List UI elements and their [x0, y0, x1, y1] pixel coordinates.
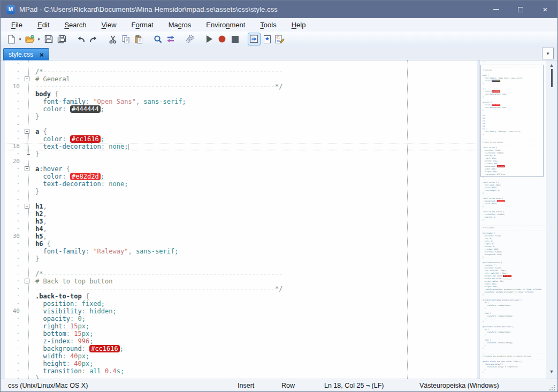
fold-margin[interactable] [20, 173, 35, 180]
redo-button[interactable] [87, 33, 100, 45]
save-button[interactable] [42, 33, 55, 45]
fold-margin[interactable] [20, 345, 35, 352]
fold-margin[interactable] [20, 308, 35, 315]
line-numbers-edit-button[interactable]: 0110 [273, 33, 286, 45]
code-line[interactable]: · [5, 263, 477, 270]
menu-environment[interactable]: Environment [198, 19, 253, 31]
code-line[interactable]: 40 visibility: hidden; [5, 308, 477, 315]
fold-margin[interactable] [20, 75, 35, 83]
code-line[interactable]: 18 text-decoration: none; [5, 143, 477, 150]
menu-file[interactable]: File [4, 19, 30, 31]
fold-margin[interactable] [20, 120, 35, 128]
open-file-dropdown-icon[interactable]: ▾ [36, 37, 41, 42]
fold-margin[interactable] [20, 98, 35, 105]
new-file-button[interactable] [5, 33, 18, 45]
fold-margin[interactable] [20, 263, 35, 270]
fold-margin[interactable] [20, 285, 35, 293]
fold-margin[interactable] [20, 188, 35, 195]
code-line[interactable]: · font-family: "Raleway", sans-serif; [5, 248, 477, 255]
code-line[interactable]: 30h5, [5, 233, 477, 240]
menu-view[interactable]: View [94, 19, 124, 31]
fold-margin[interactable] [20, 360, 35, 367]
fold-margin[interactable] [20, 83, 35, 90]
vertical-scrollbar[interactable]: ▲ ▼ [546, 60, 557, 379]
code-line[interactable]: ·} [5, 188, 477, 195]
bookmark-template-button[interactable] [261, 33, 273, 45]
wrap-toggle-button[interactable] [248, 33, 261, 45]
fold-margin[interactable] [20, 352, 35, 360]
code-line[interactable]: ·h2, [5, 210, 477, 218]
code-line[interactable]: ·# Back to top button [5, 278, 477, 285]
tab-list-dropdown-button[interactable]: ▾ [542, 48, 554, 59]
code-editor[interactable]: ··/*------------------------------------… [5, 60, 477, 379]
fold-margin[interactable] [20, 330, 35, 337]
fold-margin[interactable] [20, 165, 35, 173]
search-icon[interactable] [151, 33, 164, 45]
code-line[interactable]: ·} [5, 255, 477, 263]
code-line[interactable]: · color: #e82d2d; [5, 173, 477, 180]
code-line[interactable]: 20 [5, 158, 477, 165]
fold-margin[interactable] [20, 143, 35, 150]
code-line[interactable]: · position: fixed; [5, 300, 477, 308]
maximize-button[interactable] [508, 1, 533, 18]
code-line[interactable]: ·h6 { [5, 240, 477, 248]
code-line[interactable]: 10--------------------------------------… [5, 83, 477, 90]
code-line[interactable]: ·h4, [5, 225, 477, 233]
fold-margin[interactable] [20, 225, 35, 233]
fold-margin[interactable] [20, 180, 35, 188]
fold-margin[interactable] [20, 300, 35, 308]
tab-close-icon[interactable]: × [40, 51, 44, 58]
code-line[interactable]: ·/*-------------------------------------… [5, 68, 477, 75]
code-line[interactable]: · right: 15px; [5, 322, 477, 330]
scroll-down-icon[interactable]: ▼ [546, 368, 557, 375]
scrollbar-thumb[interactable] [551, 69, 553, 87]
code-line[interactable]: ·} [5, 113, 477, 120]
fold-margin[interactable] [20, 375, 35, 379]
code-line[interactable]: ·# General [5, 75, 477, 83]
code-line[interactable]: · height: 40px; [5, 360, 477, 367]
fold-margin[interactable] [20, 367, 35, 375]
fold-margin[interactable] [20, 315, 35, 322]
menu-help[interactable]: Help [284, 19, 314, 31]
menu-edit[interactable]: Edit [30, 19, 57, 31]
code-line[interactable]: · z-index: 996; [5, 337, 477, 345]
fold-margin[interactable] [20, 210, 35, 218]
code-line[interactable]: ·a { [5, 128, 477, 135]
code-line[interactable]: · width: 40px; [5, 352, 477, 360]
resize-grip[interactable] [549, 385, 555, 390]
code-line[interactable]: · [5, 60, 477, 68]
replace-button[interactable] [164, 33, 177, 45]
fold-margin[interactable] [20, 240, 35, 248]
fold-margin[interactable] [20, 105, 35, 113]
fold-margin[interactable] [20, 195, 35, 203]
code-line[interactable]: ·h3, [5, 218, 477, 225]
code-line[interactable]: · color: #cc1616; [5, 135, 477, 143]
fold-margin[interactable] [20, 113, 35, 120]
fold-margin[interactable] [20, 248, 35, 255]
fold-toggle-icon[interactable] [25, 279, 29, 283]
fold-margin[interactable] [20, 322, 35, 330]
code-line[interactable]: - [5, 120, 477, 128]
code-line[interactable]: ·a:hover { [5, 165, 477, 173]
code-line[interactable]: - [5, 195, 477, 203]
fold-margin[interactable] [20, 203, 35, 210]
fold-margin[interactable] [20, 278, 35, 285]
code-line[interactable]: · font-family: "Open Sans", sans-serif; [5, 98, 477, 105]
fold-margin[interactable] [20, 158, 35, 165]
open-file-button[interactable] [24, 33, 36, 45]
code-line[interactable]: · text-decoration: none; [5, 180, 477, 188]
code-line[interactable]: ·---------------------------------------… [5, 285, 477, 293]
code-line[interactable]: ·h1, [5, 203, 477, 210]
fold-margin[interactable] [20, 150, 35, 158]
fold-toggle-icon[interactable] [25, 204, 29, 209]
run-button[interactable] [203, 33, 216, 45]
fold-toggle-icon[interactable] [25, 166, 29, 171]
cut-icon[interactable] [106, 33, 119, 45]
code-line[interactable]: · bottom: 15px; [5, 330, 477, 337]
fold-margin[interactable] [20, 293, 35, 300]
fold-margin[interactable] [20, 255, 35, 263]
fold-toggle-icon[interactable] [25, 76, 29, 81]
settings-gears-icon[interactable] [184, 33, 196, 45]
fold-toggle-icon[interactable] [25, 129, 29, 134]
menu-search[interactable]: Search [57, 19, 94, 31]
